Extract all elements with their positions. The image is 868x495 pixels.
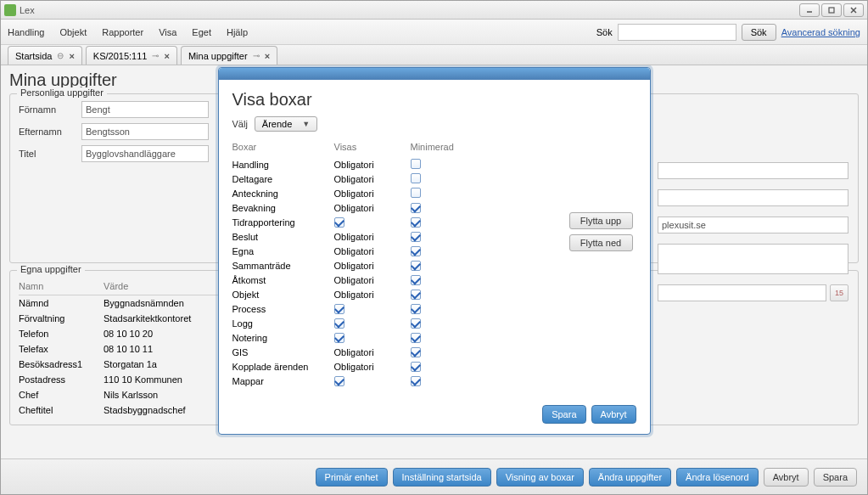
footer: Primär enhet Inställning startsida Visni… xyxy=(1,458,867,494)
list-item[interactable]: Process xyxy=(232,301,636,316)
box-min-chk[interactable] xyxy=(411,188,479,200)
box-visas: Obligatori xyxy=(334,160,411,170)
box-visas: Obligatori xyxy=(334,232,411,242)
pin-icon[interactable]: ⊖ xyxy=(57,51,64,60)
box-visas-chk[interactable] xyxy=(334,375,411,387)
flytta-ned-button[interactable]: Flytta ned xyxy=(569,234,633,251)
minimize-button[interactable] xyxy=(799,3,820,17)
box-name: Bevakning xyxy=(232,203,334,213)
box-name: Kopplade ärenden xyxy=(232,362,334,372)
box-visas-chk[interactable] xyxy=(334,217,411,228)
tab-label: KS/2015:111 xyxy=(93,51,148,61)
box-min-chk[interactable] xyxy=(411,245,479,257)
valj-value: Ärende xyxy=(262,119,292,129)
box-name: Process xyxy=(232,304,334,314)
primar-enhet-button[interactable]: Primär enhet xyxy=(316,468,388,487)
box-min-chk[interactable] xyxy=(411,303,479,315)
box-visas: Obligatori xyxy=(334,246,411,256)
flytta-upp-button[interactable]: Flytta upp xyxy=(569,212,633,229)
list-item[interactable]: Logg xyxy=(232,316,636,330)
list-item[interactable]: AnteckningObligatori xyxy=(232,186,636,200)
box-name: Logg xyxy=(232,318,334,329)
menu-handling[interactable]: Handling xyxy=(8,27,44,37)
box-min-chk[interactable] xyxy=(411,318,479,329)
box-name: Egna xyxy=(232,246,334,256)
box-visas: Obligatori xyxy=(334,203,411,213)
tab-ks[interactable]: KS/2015:111 ⊸ × xyxy=(86,46,177,65)
menu-objekt[interactable]: Objekt xyxy=(59,27,87,37)
box-min-chk[interactable] xyxy=(411,231,479,243)
andra-losenord-button[interactable]: Ändra lösenord xyxy=(676,468,759,487)
tab-label: Startsida xyxy=(15,51,52,61)
list-item[interactable]: DeltagareObligatori xyxy=(232,172,636,186)
list-item[interactable]: ObjektObligatori xyxy=(232,287,636,301)
box-min-chk[interactable] xyxy=(411,217,479,228)
list-item[interactable]: Kopplade ärendenObligatori xyxy=(232,359,636,374)
box-visas: Obligatori xyxy=(334,174,411,184)
visning-av-boxar-button[interactable]: Visning av boxar xyxy=(496,468,584,487)
box-min-chk[interactable] xyxy=(411,260,479,272)
app-title: Lex xyxy=(20,5,799,15)
box-min-chk[interactable] xyxy=(411,202,479,214)
menu-hjalp[interactable]: Hjälp xyxy=(227,27,248,37)
valj-select[interactable]: Ärende ▼ xyxy=(255,116,317,132)
search-button[interactable]: Sök xyxy=(742,24,776,41)
installning-startsida-button[interactable]: Inställning startsida xyxy=(393,468,491,487)
box-min-chk[interactable] xyxy=(411,159,479,171)
box-min-chk[interactable] xyxy=(411,332,479,344)
box-min-chk[interactable] xyxy=(411,173,479,185)
box-min-chk[interactable] xyxy=(411,375,479,387)
box-visas-chk[interactable] xyxy=(334,318,411,329)
box-visas-chk[interactable] xyxy=(334,303,411,315)
dialog-titlebar[interactable] xyxy=(219,68,650,80)
dialog-footer: Spara Avbryt xyxy=(219,398,650,434)
box-name: Mappar xyxy=(232,376,334,386)
pin-icon[interactable]: ⊸ xyxy=(152,51,159,60)
box-visas: Obligatori xyxy=(334,188,411,199)
box-visas: Obligatori xyxy=(334,290,411,300)
list-item[interactable]: Mappar xyxy=(232,374,636,388)
visa-boxar-dialog: Visa boxar Välj Ärende ▼ Boxar Visas Min… xyxy=(218,67,651,435)
box-min-chk[interactable] xyxy=(411,361,479,373)
andra-uppgifter-button[interactable]: Ändra uppgifter xyxy=(589,468,671,487)
menu-visa[interactable]: Visa xyxy=(159,27,176,37)
menu-eget[interactable]: Eget xyxy=(192,27,211,37)
side-buttons: Flytta upp Flytta ned xyxy=(569,212,633,251)
dialog-spara-button[interactable]: Spara xyxy=(542,405,585,424)
list-item[interactable]: SammanträdeObligatori xyxy=(232,258,636,273)
pin-icon[interactable]: ⊸ xyxy=(253,51,260,60)
dialog-avbryt-button[interactable]: Avbryt xyxy=(591,405,636,424)
box-visas: Obligatori xyxy=(334,347,411,357)
list-item[interactable]: Notering xyxy=(232,330,636,345)
box-visas-chk[interactable] xyxy=(334,332,411,344)
list-item[interactable]: HandlingObligatori xyxy=(232,157,636,172)
tab-startsida[interactable]: Startsida ⊖ × xyxy=(8,46,82,65)
box-visas: Obligatori xyxy=(334,362,411,372)
search-label: Sök xyxy=(596,27,613,37)
col-visas: Visas xyxy=(334,142,411,152)
box-min-chk[interactable] xyxy=(411,274,479,286)
maximize-button[interactable] xyxy=(821,3,842,17)
search-input[interactable] xyxy=(618,24,736,41)
dialog-overlay: Visa boxar Välj Ärende ▼ Boxar Visas Min… xyxy=(1,65,867,458)
list-item[interactable]: GISObligatori xyxy=(232,345,636,359)
box-min-chk[interactable] xyxy=(411,289,479,301)
menu-rapporter[interactable]: Rapporter xyxy=(102,27,143,37)
close-button[interactable] xyxy=(843,3,864,17)
tabs: Startsida ⊖ × KS/2015:111 ⊸ × Mina uppgi… xyxy=(1,45,867,65)
box-name: Beslut xyxy=(232,232,334,242)
box-name: Objekt xyxy=(232,290,334,300)
tab-label: Mina uppgifter xyxy=(188,51,248,61)
close-icon[interactable]: × xyxy=(265,51,270,61)
app-icon xyxy=(4,4,16,16)
spara-button[interactable]: Spara xyxy=(814,468,857,487)
list-item[interactable]: ÅtkomstObligatori xyxy=(232,273,636,287)
avbryt-button[interactable]: Avbryt xyxy=(764,468,809,487)
menubar: Handling Objekt Rapporter Visa Eget Hjäl… xyxy=(1,20,867,45)
close-icon[interactable]: × xyxy=(69,51,74,61)
advanced-search-link[interactable]: Avancerad sökning xyxy=(781,27,860,37)
box-min-chk[interactable] xyxy=(411,346,479,358)
tab-mina-uppgifter[interactable]: Mina uppgifter ⊸ × xyxy=(181,46,277,65)
close-icon[interactable]: × xyxy=(164,51,169,61)
box-name: GIS xyxy=(232,347,334,357)
